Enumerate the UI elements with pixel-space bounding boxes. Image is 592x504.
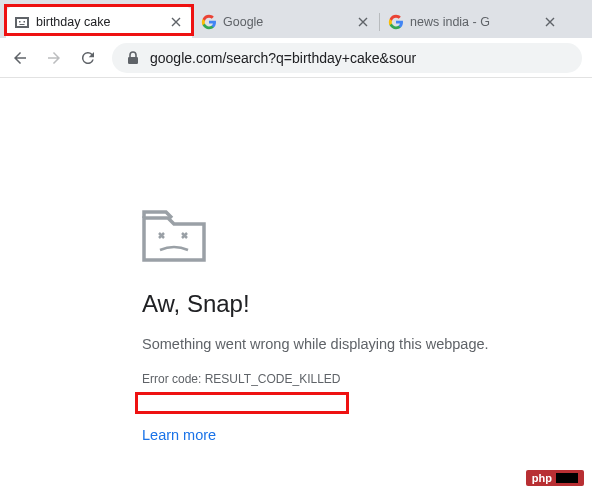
tab-title: birthday cake [36, 15, 162, 29]
dead-folder-icon [142, 208, 592, 266]
svg-rect-4 [20, 24, 25, 25]
forward-icon[interactable] [44, 48, 64, 68]
tab-title: news india - G [410, 15, 536, 29]
error-page-content: Aw, Snap! Something went wrong while dis… [0, 78, 592, 443]
close-icon[interactable] [168, 14, 184, 30]
error-message: Something went wrong while displaying th… [142, 336, 592, 352]
lock-icon [126, 51, 140, 65]
tab-birthday-cake[interactable]: birthday cake [6, 6, 192, 38]
tab-google[interactable]: Google [193, 6, 379, 38]
close-icon[interactable] [355, 14, 371, 30]
google-icon [388, 14, 404, 30]
browser-toolbar: google.com/search?q=birthday+cake&sour [0, 38, 592, 78]
error-title: Aw, Snap! [142, 290, 592, 318]
tab-title: Google [223, 15, 349, 29]
tab-news-india[interactable]: news india - G [380, 6, 566, 38]
sad-page-icon [14, 14, 30, 30]
svg-rect-3 [24, 21, 26, 23]
address-bar[interactable]: google.com/search?q=birthday+cake&sour [112, 43, 582, 73]
google-icon [201, 14, 217, 30]
url-text: google.com/search?q=birthday+cake&sour [150, 50, 416, 66]
reload-icon[interactable] [78, 48, 98, 68]
error-code: Error code: RESULT_CODE_KILLED [142, 372, 341, 386]
tab-strip: birthday cake Google news india - G [0, 0, 592, 38]
back-icon[interactable] [10, 48, 30, 68]
watermark-badge: php [526, 470, 584, 486]
svg-rect-5 [128, 57, 138, 64]
close-icon[interactable] [542, 14, 558, 30]
watermark-text: php [532, 472, 552, 484]
watermark-redaction [556, 473, 578, 483]
learn-more-link[interactable]: Learn more [142, 427, 592, 443]
svg-rect-2 [19, 21, 21, 23]
